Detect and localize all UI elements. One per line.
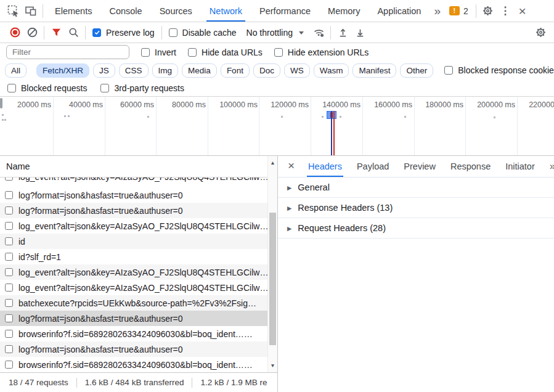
disable-cache-toggle[interactable]: Disable cache [165, 28, 240, 38]
request-checkbox[interactable] [5, 268, 13, 276]
request-checkbox[interactable] [5, 284, 13, 292]
invert-toggle[interactable]: Invert [141, 47, 176, 57]
tab-network[interactable]: Network [201, 0, 251, 22]
hide-extension-urls-checkbox[interactable] [274, 48, 283, 57]
request-checkbox[interactable] [5, 253, 13, 261]
blocked-requests-checkbox[interactable] [7, 84, 16, 92]
request-checkbox[interactable] [5, 178, 13, 181]
third-party-requests-toggle[interactable]: 3rd-party requests [100, 83, 184, 93]
inspect-element-icon[interactable] [5, 3, 22, 19]
request-row[interactable]: browserinfo?f.sid=6892802633424096030&bl… [0, 326, 277, 341]
third-party-requests-checkbox[interactable] [100, 84, 109, 92]
tab-application[interactable]: Application [369, 0, 430, 22]
section-response-headers[interactable]: ▶ Response Headers (13) [278, 198, 554, 218]
hide-data-urls-toggle[interactable]: Hide data URLs [188, 47, 263, 57]
close-devtools-icon[interactable]: × [514, 3, 531, 19]
blocked-response-cookies-toggle[interactable]: Blocked response cookies [444, 65, 554, 75]
preserve-log-toggle[interactable]: Preserve log [89, 28, 158, 38]
scrollbar-thumb[interactable] [269, 213, 276, 345]
request-row[interactable]: log?format=json&hasfast=true&authuser=0 [0, 341, 277, 357]
request-checkbox[interactable] [5, 314, 13, 322]
request-row[interactable]: log?format=json&hasfast=true&authuser=0 [0, 187, 277, 203]
request-checkbox[interactable] [5, 345, 13, 353]
request-row[interactable]: log_event?alt=json&key=AIzaSyAO_FJ2SlqU8… [0, 264, 277, 280]
name-column-header[interactable]: Name [0, 156, 277, 178]
filter-chip-manifest[interactable]: Manifest [352, 63, 396, 78]
close-details-icon[interactable]: × [282, 159, 301, 174]
request-checkbox[interactable] [5, 299, 13, 307]
divider [44, 26, 44, 39]
filter-chip-img[interactable]: Img [152, 63, 179, 78]
device-toolbar-icon[interactable] [22, 3, 39, 19]
scroll-down-icon[interactable]: ▼ [268, 362, 277, 369]
section-request-headers[interactable]: ▶ Request Headers (28) [278, 218, 554, 239]
blocked-requests-toggle[interactable]: Blocked requests [7, 83, 87, 93]
request-row[interactable]: id [0, 234, 277, 249]
more-tabs-icon[interactable]: » [430, 5, 445, 17]
filter-chip-css[interactable]: CSS [119, 63, 149, 78]
filter-chip-fetch-xhr[interactable]: Fetch/XHR [36, 63, 89, 78]
filter-chip-media[interactable]: Media [182, 63, 217, 78]
request-checkbox[interactable] [5, 330, 13, 338]
request-row[interactable]: log?format=json&hasfast=true&authuser=0 [0, 203, 277, 218]
divider [476, 4, 476, 18]
filter-funnel-icon[interactable] [47, 25, 65, 41]
hide-extension-urls-toggle[interactable]: Hide extension URLs [274, 47, 369, 57]
tab-initiator[interactable]: Initiator [498, 156, 542, 177]
tab-memory[interactable]: Memory [319, 0, 369, 22]
request-row[interactable]: batchexecute?rpcids=UEkKwb&source-path=%… [0, 295, 277, 311]
throttling-select[interactable]: No throttling [240, 28, 310, 38]
request-row[interactable]: log_event?alt=json&key=AIzaSyAO_FJ2SlqU8… [0, 280, 277, 295]
tab-elements[interactable]: Elements [46, 0, 100, 22]
search-icon[interactable] [65, 25, 82, 41]
settings-gear-icon[interactable] [479, 3, 497, 19]
section-general[interactable]: ▶ General [278, 178, 554, 198]
filter-input[interactable] [6, 45, 129, 59]
tab-sources[interactable]: Sources [151, 0, 201, 22]
request-checkbox[interactable] [5, 206, 13, 214]
filter-chip-doc[interactable]: Doc [253, 63, 280, 78]
network-overview-timeline[interactable]: 20000 ms 40000 ms 60000 ms 80000 ms 1000… [0, 97, 554, 156]
blocked-response-cookies-checkbox[interactable] [444, 66, 453, 75]
disable-cache-checkbox[interactable] [169, 28, 177, 37]
request-list-scrollbar[interactable]: ▲ ▼ [267, 156, 277, 372]
network-conditions-icon[interactable] [310, 25, 327, 41]
preserve-log-checkbox[interactable] [92, 28, 101, 37]
filter-chip-all[interactable]: All [5, 63, 26, 78]
invert-checkbox[interactable] [141, 48, 150, 57]
section-general-label: General [298, 182, 330, 192]
network-split-view: Name log_event?alt=json&key=AIzaSyAO_FJ2… [0, 156, 554, 392]
import-har-icon[interactable] [334, 25, 351, 41]
request-row[interactable]: id?slf_rd=1 [0, 249, 277, 264]
hide-data-urls-checkbox[interactable] [188, 48, 197, 57]
network-settings-gear-icon[interactable] [532, 25, 549, 41]
export-har-icon[interactable] [351, 25, 369, 41]
request-list: log_event?alt=json&key=AIzaSyAO_FJ2SlqU8… [0, 178, 277, 372]
request-checkbox[interactable] [5, 237, 13, 245]
tab-response[interactable]: Response [443, 156, 498, 177]
record-network-log-icon[interactable] [6, 25, 23, 41]
request-row[interactable]: browserinfo?f.sid=6892802633424096030&bl… [0, 357, 277, 372]
filter-chip-ws[interactable]: WS [284, 63, 310, 78]
request-checkbox[interactable] [5, 222, 13, 230]
filter-chip-js[interactable]: JS [93, 63, 115, 78]
filter-chip-wasm[interactable]: Wasm [314, 63, 349, 78]
request-row[interactable]: log_event?alt=json&key=AIzaSyAO_FJ2SlqU8… [0, 218, 277, 234]
more-detail-tabs-icon[interactable]: » [542, 160, 554, 173]
kebab-menu-icon[interactable]: ⋮ [497, 3, 514, 19]
tab-console[interactable]: Console [100, 0, 150, 22]
filter-chip-other[interactable]: Other [400, 63, 433, 78]
tab-payload[interactable]: Payload [349, 156, 396, 177]
tab-headers[interactable]: Headers [301, 156, 349, 177]
filter-chip-font[interactable]: Font [221, 63, 250, 78]
issues-counter[interactable]: ! 2 [445, 6, 473, 16]
scroll-up-icon[interactable]: ▲ [268, 160, 277, 166]
tab-preview[interactable]: Preview [396, 156, 443, 177]
transferred-size: 1.6 kB / 484 kB transferred [85, 378, 184, 387]
request-checkbox[interactable] [5, 191, 13, 199]
request-row[interactable]: log_event?alt=json&key=AIzaSyAO_FJ2SlqU8… [0, 178, 277, 187]
tab-performance[interactable]: Performance [251, 0, 319, 22]
clear-network-log-icon[interactable] [23, 25, 41, 41]
request-row-selected[interactable]: log?format=json&hasfast=true&authuser=0 [0, 311, 277, 326]
request-checkbox[interactable] [5, 361, 13, 369]
